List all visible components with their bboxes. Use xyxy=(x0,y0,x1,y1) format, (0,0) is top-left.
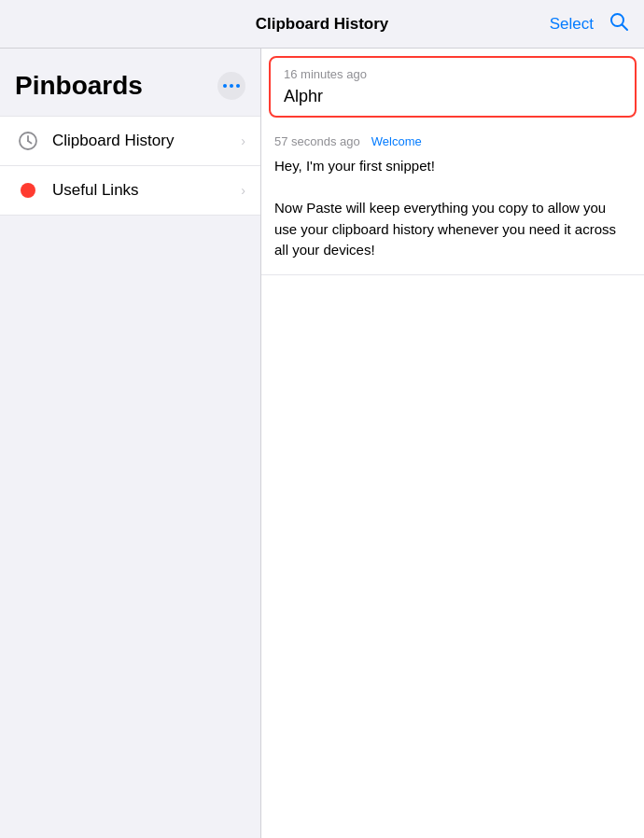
select-button[interactable]: Select xyxy=(550,15,594,34)
sidebar-item-clipboard-history[interactable]: Clipboard History › xyxy=(0,116,260,166)
chevron-icon: › xyxy=(241,133,245,148)
sidebar-item-useful-links[interactable]: Useful Links › xyxy=(0,166,260,216)
svg-point-3 xyxy=(230,84,233,88)
sidebar-nav: Clipboard History › Useful Links › xyxy=(0,116,260,216)
main-layout: Pinboards xyxy=(0,49,644,838)
item-1-timestamp: 16 minutes ago xyxy=(284,67,622,81)
nav-bar-title: Clipboard History xyxy=(256,15,389,34)
more-options-button[interactable] xyxy=(217,72,245,100)
item-2-tag: Welcome xyxy=(371,134,422,148)
chevron-icon: › xyxy=(241,183,245,198)
dot-icon xyxy=(15,177,41,203)
content-area: 16 minutes ago Alphr 57 seconds ago Welc… xyxy=(261,49,644,838)
sidebar-item-label-clipboard-history: Clipboard History xyxy=(52,132,241,150)
app-container: Clipboard History Select Pinboards xyxy=(0,0,644,838)
nav-bar: Clipboard History Select xyxy=(0,0,644,49)
item-2-content: Hey, I'm your first snippet! Now Paste w… xyxy=(274,156,631,261)
svg-point-2 xyxy=(223,84,227,88)
item-1-content: Alphr xyxy=(284,87,622,106)
sidebar: Pinboards xyxy=(0,49,261,838)
item-2-timestamp: 57 seconds ago xyxy=(274,134,360,148)
sidebar-title: Pinboards xyxy=(15,71,143,101)
search-icon[interactable] xyxy=(609,11,629,36)
svg-line-1 xyxy=(623,25,628,31)
sidebar-item-label-useful-links: Useful Links xyxy=(52,181,241,200)
svg-line-7 xyxy=(28,141,32,144)
clipboard-item-selected[interactable]: 16 minutes ago Alphr xyxy=(269,56,637,118)
nav-bar-right: Select xyxy=(550,11,629,36)
sidebar-header: Pinboards xyxy=(0,71,260,116)
item-2-header: 57 seconds ago Welcome xyxy=(274,134,631,148)
clipboard-item-regular[interactable]: 57 seconds ago Welcome Hey, I'm your fir… xyxy=(261,125,644,275)
svg-point-4 xyxy=(236,84,240,88)
clock-icon xyxy=(15,128,41,154)
